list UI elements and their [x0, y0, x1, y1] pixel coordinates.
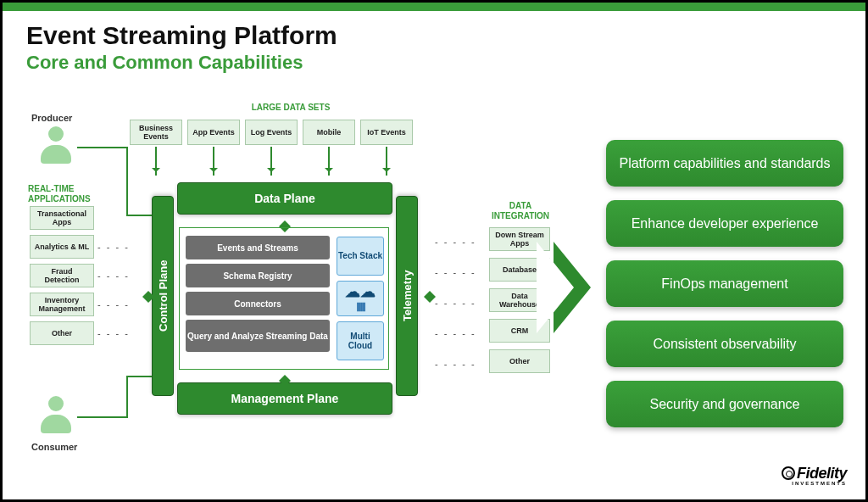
capability-card: FinOps management	[606, 260, 843, 307]
page-title: Event Streaming Platform	[26, 21, 865, 50]
lds-item: Mobile	[303, 120, 355, 145]
dashes: - - - - -	[435, 328, 476, 338]
inner-item: Query and Analyze Streaming Data	[186, 320, 330, 352]
dashes: - - - - -	[435, 298, 476, 308]
producer-icon	[35, 126, 77, 169]
accent-bar	[3, 3, 865, 11]
realtime-column: Transactional Apps Analytics & ML Fraud …	[30, 206, 94, 350]
realtime-item: Transactional Apps	[30, 206, 94, 230]
data-integration-label: DATA INTEGRATION	[486, 201, 555, 220]
fidelity-logo: Fidelity INVESTMENTS	[782, 465, 847, 486]
inner-gray-stack: Events and Streams Schema Registry Conne…	[186, 236, 330, 356]
lds-item: Business Events	[130, 120, 182, 145]
bi-arrow-horizontal-icon	[418, 291, 433, 303]
lds-item: App Events	[187, 120, 240, 145]
connector-line	[77, 416, 128, 418]
telemetry-plane: Telemetry	[396, 196, 418, 396]
diagram-canvas: Producer Consumer LARGE DATA SETS Busine…	[3, 87, 865, 494]
arrow-down-icon	[155, 147, 157, 176]
connector-line	[126, 215, 153, 216]
arrow-down-icon	[386, 147, 387, 176]
page-subtitle: Core and Common Capabilities	[26, 52, 865, 74]
capability-card: Consistent observability	[606, 321, 843, 367]
logo-mark-icon	[782, 466, 795, 480]
cloud-icon: ☁︎☁︎	[345, 284, 376, 299]
di-item: Other	[489, 349, 550, 373]
dashes: - - - - -	[435, 267, 476, 277]
dashes: - - - - -	[435, 359, 476, 369]
bi-arrow-vertical-icon	[279, 215, 291, 228]
realtime-item: Fraud Detection	[30, 264, 94, 287]
lds-item: IoT Events	[360, 120, 413, 145]
large-data-sets-row: Business Events App Events Log Events Mo…	[130, 120, 413, 145]
capability-card: Platform capabilities and standards	[606, 140, 843, 187]
realtime-label: REAL-TIME APPLICATIONS	[28, 184, 99, 204]
bi-arrow-horizontal-icon	[136, 291, 152, 303]
tech-stack-box: Tech Stack	[337, 237, 384, 276]
inner-item: Events and Streams	[186, 236, 330, 259]
lds-item: Log Events	[245, 120, 298, 145]
realtime-item: Other	[30, 321, 94, 345]
large-data-sets-label: LARGE DATA SETS	[231, 103, 350, 113]
arrow-down-icon	[213, 147, 214, 176]
arrow-down-icon	[270, 147, 272, 176]
tech-stack-label: Tech Stack	[338, 251, 382, 261]
dashes: - - - -	[97, 299, 130, 310]
connector-line	[77, 147, 128, 148]
consumer-icon	[35, 396, 77, 438]
consumer-label: Consumer	[31, 442, 77, 452]
logo-subtext: INVESTMENTS	[782, 481, 847, 486]
capability-card: Security and governance	[606, 381, 843, 427]
dashes: - - - -	[97, 242, 130, 252]
producer-label: Producer	[31, 113, 72, 123]
dashes: - - - -	[97, 271, 130, 281]
realtime-item: Inventory Management	[30, 293, 94, 316]
multi-cloud-label: Multi Cloud	[337, 332, 383, 351]
rain-icon: ׀׀׀׀׀	[356, 299, 364, 313]
dashes: - - - - -	[435, 237, 476, 247]
connector-line	[126, 376, 128, 418]
logo-text: Fidelity	[797, 465, 847, 482]
bi-arrow-vertical-icon	[279, 369, 291, 382]
realtime-item: Analytics & ML	[30, 235, 94, 259]
inner-item: Connectors	[186, 292, 330, 315]
inner-item: Schema Registry	[186, 264, 330, 287]
connector-line	[126, 376, 153, 377]
capability-card: Enhance developer experience	[606, 200, 843, 247]
connector-line	[126, 147, 128, 215]
arrow-down-icon	[328, 147, 330, 176]
multi-cloud-icon-box: ☁︎☁︎ ׀׀׀׀׀	[337, 281, 384, 316]
capabilities-column: Platform capabilities and standards Enha…	[606, 140, 843, 441]
dashes: - - - -	[97, 328, 130, 338]
data-plane: Data Plane	[177, 182, 392, 215]
multi-cloud-box: Multi Cloud	[337, 321, 384, 360]
